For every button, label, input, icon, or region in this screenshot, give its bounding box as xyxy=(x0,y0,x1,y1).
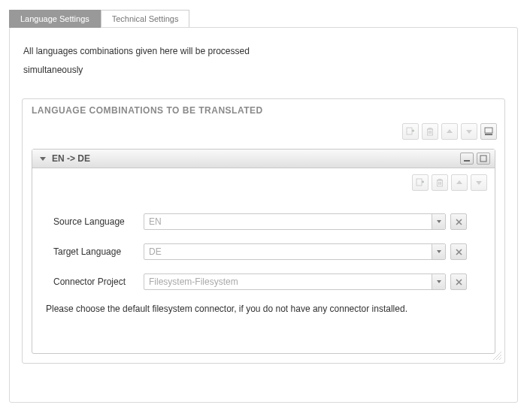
minimize-icon[interactable] xyxy=(460,153,474,165)
pair-header[interactable]: EN -> DE xyxy=(32,150,495,168)
clear-connector-project-icon[interactable] xyxy=(450,273,467,290)
dropdown-icon[interactable] xyxy=(432,274,445,289)
intro-line: All languages combinations given here wi… xyxy=(23,46,250,56)
pair-card: EN -> DE xyxy=(32,149,495,354)
pair-body: Source Language Target Language xyxy=(32,168,495,314)
svg-rect-4 xyxy=(464,160,470,162)
add-icon[interactable] xyxy=(412,174,429,191)
clear-target-language-icon[interactable] xyxy=(450,243,467,260)
input-target-language[interactable] xyxy=(144,244,432,259)
maximize-icon[interactable] xyxy=(477,153,490,165)
svg-rect-5 xyxy=(480,156,486,162)
section-toolbar xyxy=(30,123,497,147)
tab-technical-settings[interactable]: Technical Settings xyxy=(101,10,190,28)
label-connector-project: Connector Project xyxy=(53,276,144,287)
move-down-icon[interactable] xyxy=(461,123,477,140)
add-icon[interactable] xyxy=(402,123,419,140)
intro-bold: simultaneously xyxy=(23,63,505,77)
tabs: Language Settings Technical Settings xyxy=(9,9,518,27)
dropdown-icon[interactable] xyxy=(432,214,445,229)
label-source-language: Source Language xyxy=(53,216,144,227)
label-target-language: Target Language xyxy=(53,246,144,257)
row-target-language: Target Language xyxy=(53,243,487,260)
pair-title: EN -> DE xyxy=(52,153,90,164)
svg-rect-0 xyxy=(407,128,412,134)
connector-hint: Please choose the default filesystem con… xyxy=(46,304,487,314)
row-connector-project: Connector Project xyxy=(53,273,487,290)
move-up-icon[interactable] xyxy=(451,174,468,191)
combo-target-language[interactable] xyxy=(144,243,446,260)
expand-all-icon[interactable] xyxy=(480,123,497,140)
section-language-combinations: LANGUAGE COMBINATIONS TO BE TRANSLATED E… xyxy=(22,98,505,364)
panel-language-settings: All languages combinations given here wi… xyxy=(9,27,518,403)
intro-text: All languages combinations given here wi… xyxy=(23,44,505,59)
pair-toolbar xyxy=(40,174,487,206)
delete-icon[interactable] xyxy=(432,174,448,191)
dropdown-icon[interactable] xyxy=(432,244,445,259)
chevron-down-icon xyxy=(40,157,46,161)
delete-icon[interactable] xyxy=(422,123,438,140)
row-source-language: Source Language xyxy=(53,213,487,230)
move-up-icon[interactable] xyxy=(441,123,458,140)
resize-grip-icon[interactable] xyxy=(492,350,502,361)
svg-rect-2 xyxy=(485,128,492,133)
move-down-icon[interactable] xyxy=(471,174,487,191)
input-source-language[interactable] xyxy=(144,214,432,229)
combo-source-language[interactable] xyxy=(144,213,446,230)
combo-connector-project[interactable] xyxy=(144,273,446,290)
tab-language-settings[interactable]: Language Settings xyxy=(9,10,101,28)
input-connector-project[interactable] xyxy=(144,274,432,289)
clear-source-language-icon[interactable] xyxy=(450,213,467,230)
svg-rect-3 xyxy=(485,134,492,135)
svg-rect-6 xyxy=(416,179,422,186)
section-title: LANGUAGE COMBINATIONS TO BE TRANSLATED xyxy=(30,104,497,123)
